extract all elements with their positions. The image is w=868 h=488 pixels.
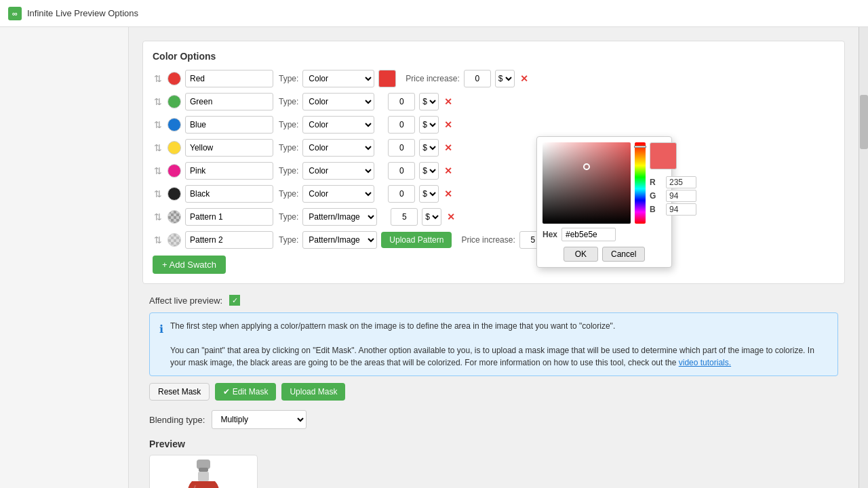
currency-select-red[interactable]: $ xyxy=(495,70,515,87)
blending-select[interactable]: Multiply Normal Screen Overlay xyxy=(212,410,307,429)
price-label: Price increase: xyxy=(406,74,459,83)
b-label: B xyxy=(650,205,663,214)
price-input-red[interactable] xyxy=(464,70,491,87)
swatch-name-pattern1[interactable] xyxy=(185,208,273,226)
preview-section: Preview xyxy=(149,439,838,488)
currency-select-blue[interactable]: $ xyxy=(419,116,439,134)
delete-pattern1[interactable]: ✕ xyxy=(447,211,455,222)
swatch-row-green: ⇅ Type: Color Pattern/Image $ ✕ xyxy=(153,93,835,110)
drag-handle[interactable]: ⇅ xyxy=(153,119,163,130)
hue-strip[interactable] xyxy=(635,142,646,224)
type-select-black[interactable]: Color Pattern/Image xyxy=(302,185,374,203)
content-area: Color Options ⇅ Type: Color Pattern/Imag… xyxy=(129,27,859,488)
delete-blue[interactable]: ✕ xyxy=(444,119,452,130)
type-label-blue: Type: xyxy=(279,120,298,129)
delete-yellow[interactable]: ✕ xyxy=(444,142,452,153)
color-circle-blue xyxy=(167,118,181,131)
scrollbar-thumb[interactable] xyxy=(860,95,868,149)
type-select-yellow[interactable]: Color Pattern/Image xyxy=(302,139,374,157)
affect-checkbox[interactable]: ✓ xyxy=(229,295,240,306)
color-circle-pattern1 xyxy=(167,210,181,224)
add-swatch-button[interactable]: + Add Swatch xyxy=(153,256,226,274)
r-input[interactable] xyxy=(666,176,696,188)
drag-handle[interactable]: ⇅ xyxy=(153,96,163,107)
type-select-blue[interactable]: Color Pattern/Image xyxy=(302,116,374,134)
hex-input[interactable] xyxy=(561,228,616,241)
price-input-pink[interactable] xyxy=(388,162,415,180)
swatch-name-green[interactable] xyxy=(185,93,273,110)
delete-red[interactable]: ✕ xyxy=(520,73,528,84)
b-input[interactable] xyxy=(666,203,696,216)
color-options-title: Color Options xyxy=(153,51,835,62)
price-input-blue[interactable] xyxy=(388,116,415,134)
price-label-p2i: Price increase: xyxy=(461,235,515,245)
drag-handle[interactable]: ⇅ xyxy=(153,73,163,84)
drag-handle[interactable]: ⇅ xyxy=(153,235,163,245)
color-options-panel: Color Options ⇅ Type: Color Pattern/Imag… xyxy=(142,41,845,284)
currency-select-yellow[interactable]: $ xyxy=(419,139,439,157)
delete-black[interactable]: ✕ xyxy=(444,188,452,199)
type-label-black: Type: xyxy=(279,189,298,199)
info-box: ℹ The first step when applying a color/p… xyxy=(149,312,838,376)
swatch-name-red[interactable] xyxy=(185,70,273,87)
swatch-name-pink[interactable] xyxy=(185,162,273,180)
swatch-name-blue[interactable] xyxy=(185,116,273,134)
affect-live-preview-row: Affect live preview: ✓ xyxy=(142,295,845,306)
gradient-canvas[interactable] xyxy=(542,142,631,224)
drag-handle[interactable]: ⇅ xyxy=(153,188,163,199)
drag-handle[interactable]: ⇅ xyxy=(153,165,163,176)
swatch-row-pink: ⇅ Type: Color Pattern/Image $ ✕ xyxy=(153,162,835,180)
picker-cancel-button[interactable]: Cancel xyxy=(602,247,645,262)
color-preview-box xyxy=(650,142,677,169)
info-icon: ℹ xyxy=(159,321,163,369)
currency-select-pattern1[interactable]: $ xyxy=(422,208,441,226)
picker-ok-button[interactable]: OK xyxy=(564,247,598,262)
g-input[interactable] xyxy=(666,190,696,202)
edit-mask-button[interactable]: ✔ Edit Mask xyxy=(215,383,276,401)
color-circle-green xyxy=(167,95,181,108)
type-select-pattern1[interactable]: Pattern/Image Color xyxy=(302,208,377,226)
type-select-pattern2[interactable]: Pattern/Image Color xyxy=(302,231,377,249)
r-label: R xyxy=(650,178,663,187)
price-input-yellow[interactable] xyxy=(388,139,415,157)
info-text: The first step when applying a color/pat… xyxy=(170,320,828,369)
svg-rect-1 xyxy=(199,468,208,472)
type-select-red[interactable]: Color Pattern/Image xyxy=(302,70,374,87)
delete-green[interactable]: ✕ xyxy=(444,96,452,107)
hue-cursor xyxy=(634,146,646,148)
scrollbar[interactable] xyxy=(859,27,868,488)
type-label-green: Type: xyxy=(279,97,298,106)
svg-rect-2 xyxy=(198,472,209,481)
swatch-row-yellow: ⇅ Type: Color Pattern/Image $ ✕ xyxy=(153,139,835,157)
type-label-red: Type: xyxy=(279,74,298,83)
currency-select-pink[interactable]: $ xyxy=(419,162,439,180)
currency-select-green[interactable]: $ xyxy=(419,93,439,110)
upload-pattern-btn[interactable]: Upload Pattern xyxy=(381,232,452,248)
app-logo: ∞ xyxy=(8,7,22,20)
swatch-row-pattern1: ⇅ Type: Pattern/Image Color $ ✕ xyxy=(153,208,835,226)
video-tutorials-link[interactable]: video tutorials. xyxy=(679,358,731,367)
price-input-green[interactable] xyxy=(388,93,415,110)
affect-label: Affect live preview: xyxy=(149,296,222,306)
gradient-dark xyxy=(542,142,631,224)
swatch-row-pattern2: ⇅ Type: Pattern/Image Color Upload Patte… xyxy=(153,231,835,249)
swatch-name-yellow[interactable] xyxy=(185,139,273,157)
type-label-p2: Type: xyxy=(279,235,298,245)
price-input-black[interactable] xyxy=(388,185,415,203)
app-title: Infinite Live Preview Options xyxy=(27,8,138,18)
type-label-pink: Type: xyxy=(279,166,298,176)
upload-mask-button[interactable]: Upload Mask xyxy=(281,383,345,401)
type-select-pink[interactable]: Color Pattern/Image xyxy=(302,162,374,180)
drag-handle[interactable]: ⇅ xyxy=(153,142,163,153)
color-swatch-red[interactable] xyxy=(378,70,396,87)
swatch-name-black[interactable] xyxy=(185,185,273,203)
blending-label: Blending type: xyxy=(149,415,205,425)
drag-handle[interactable]: ⇅ xyxy=(153,211,163,222)
price-input-pattern1[interactable] xyxy=(391,208,418,226)
color-circle-black xyxy=(167,187,181,201)
swatch-name-pattern2[interactable] xyxy=(185,231,273,249)
delete-pink[interactable]: ✕ xyxy=(444,165,452,176)
currency-select-black[interactable]: $ xyxy=(419,185,439,203)
reset-mask-button[interactable]: Reset Mask xyxy=(149,383,210,401)
type-select-green[interactable]: Color Pattern/Image xyxy=(302,93,374,110)
